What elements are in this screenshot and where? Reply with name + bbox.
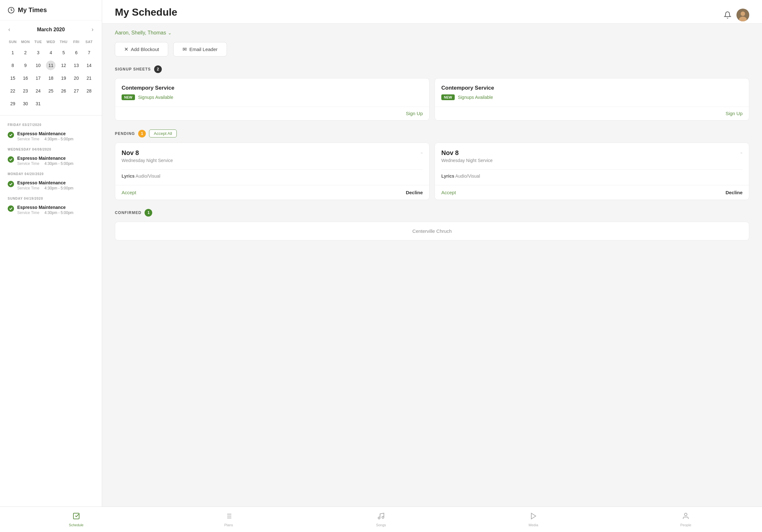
accept-all-button[interactable]: Accept All [149,129,177,137]
calendar-day[interactable]: 22 [6,85,19,97]
svg-point-12 [382,516,384,518]
calendar-day[interactable]: 20 [70,72,83,85]
signups-available-text: Signups Available [138,95,173,100]
calendar-day[interactable]: 10 [32,59,45,72]
blockout-icon: ✕ [124,46,128,52]
calendar-day[interactable]: 9 [19,59,32,72]
email-leader-button[interactable]: ✉ Email Leader [173,42,227,56]
role-value: Audio/Visual [455,173,480,179]
meta-time: 4:30pm - 5:00pm [44,211,73,215]
calendar-day[interactable]: 13 [70,59,83,72]
signup-card: Contempory Service NEW Signups Available… [435,78,749,120]
calendar-header: ‹ March 2020 › [6,26,95,33]
nav-item-plans[interactable]: Plans [153,507,305,532]
user-avatar[interactable] [736,9,749,21]
nav-icon-media [530,512,537,522]
calendar-day[interactable]: 15 [6,72,19,85]
nav-item-media[interactable]: Media [457,507,610,532]
email-icon: ✉ [183,46,187,52]
calendar-day[interactable]: 27 [70,85,83,97]
meta-time: 4:30pm - 5:00pm [44,186,73,190]
signup-card-title: Contempory Service [441,85,742,91]
calendar-day[interactable]: 8 [6,59,19,72]
accept-button[interactable]: Accept [435,185,592,200]
signup-sheets-title: SIGNUP SHEETS [115,67,151,71]
decline-button[interactable]: Decline [592,185,749,200]
calendar-day[interactable]: 7 [83,46,95,59]
calendar-day[interactable]: 14 [83,59,95,72]
pending-title: PENDING [115,131,135,136]
sign-up-button[interactable]: Sign Up [406,111,423,116]
schedule-item-info: Espresso Maintenance Service Time 4:30pm… [17,156,94,166]
signup-card: Contempory Service NEW Signups Available… [115,78,429,120]
calendar-day[interactable]: 5 [57,46,70,59]
sign-up-button[interactable]: Sign Up [725,111,742,116]
pending-service: Wednesday Night Service [441,158,493,163]
calendar-day[interactable]: 1 [6,46,19,59]
nav-item-songs[interactable]: Songs [305,507,457,532]
calendar-day [45,97,57,110]
pending-card: Nov 8 Wednesday Night Service ◦ Lyrics A… [435,143,749,200]
schedule-item-info: Espresso Maintenance Service Time 4:30pm… [17,131,94,141]
signup-card-badges: NEW Signups Available [441,95,742,100]
prev-month-button[interactable]: ‹ [6,26,12,33]
calendar-day[interactable]: 6 [70,46,83,59]
nav-item-people[interactable]: People [609,507,762,532]
check-icon [8,132,14,138]
nav-label-plans: Plans [224,523,233,527]
bell-icon[interactable] [724,11,731,19]
signup-card-body: Contempory Service NEW Signups Available [115,79,429,106]
meta-time: 4:30pm - 5:00pm [44,162,73,166]
nav-item-schedule[interactable]: Schedule [0,507,153,532]
calendar-day [70,97,83,110]
calendar-day[interactable]: 16 [19,72,32,85]
next-month-button[interactable]: › [90,26,95,33]
schedule-item[interactable]: Espresso Maintenance Service Time 4:30pm… [0,202,102,218]
page-title: My Schedule [115,6,178,23]
calendar-day[interactable]: 4 [45,46,57,59]
calendar-day[interactable]: 12 [57,59,70,72]
schedule-item[interactable]: Espresso Maintenance Service Time 4:30pm… [0,129,102,144]
schedule-list: FRIDAY 03/27/2020 Espresso Maintenance S… [0,115,102,221]
calendar-day[interactable]: 31 [32,97,45,110]
signup-card-badges: NEW Signups Available [121,95,423,100]
add-blockout-button[interactable]: ✕ Add Blockout [115,42,168,56]
signup-sheets-header: SIGNUP SHEETS 2 [115,65,749,73]
pending-roles: Lyrics Audio/Visual [121,169,423,179]
schedule-item-meta: Service Time 4:30pm - 5:00pm [17,186,94,190]
calendar-day[interactable]: 24 [32,85,45,97]
calendar-day[interactable]: 26 [57,85,70,97]
calendar-day[interactable]: 25 [45,85,57,97]
calendar-month: March 2020 [37,27,65,33]
pending-roles: Lyrics Audio/Visual [441,169,742,179]
clock-pending-icon: ◦ [740,149,742,157]
calendar-day[interactable]: 18 [45,72,57,85]
signup-card-footer: Sign Up [115,106,429,120]
calendar-day[interactable]: 11 [45,59,57,72]
calendar-day[interactable]: 28 [83,85,95,97]
nav-icon-schedule [72,512,80,522]
role-value: Audio/Visual [136,173,161,179]
people-filter-text: Aaron, Shelly, Thomas [115,30,166,36]
calendar-day[interactable]: 21 [83,72,95,85]
svg-point-11 [378,517,380,519]
day-header-sat: SAT [83,38,95,46]
calendar-day[interactable]: 30 [19,97,32,110]
schedule-item[interactable]: Espresso Maintenance Service Time 4:30pm… [0,153,102,168]
calendar-day[interactable]: 19 [57,72,70,85]
svg-point-2 [741,12,745,16]
schedule-item-title: Espresso Maintenance [17,131,94,136]
people-filter[interactable]: Aaron, Shelly, Thomas ⌄ [115,30,749,36]
schedule-item-title: Espresso Maintenance [17,205,94,210]
schedule-item[interactable]: Espresso Maintenance Service Time 4:30pm… [0,178,102,193]
calendar-day[interactable]: 29 [6,97,19,110]
decline-button[interactable]: Decline [272,185,429,200]
svg-marker-13 [531,513,536,519]
calendar-day[interactable]: 17 [32,72,45,85]
accept-button[interactable]: Accept [115,185,272,200]
calendar-day[interactable]: 3 [32,46,45,59]
calendar-day[interactable]: 2 [19,46,32,59]
signup-cards-grid: Contempory Service NEW Signups Available… [115,78,749,120]
calendar-day[interactable]: 23 [19,85,32,97]
schedule-item-meta: Service Time 4:30pm - 5:00pm [17,211,94,215]
